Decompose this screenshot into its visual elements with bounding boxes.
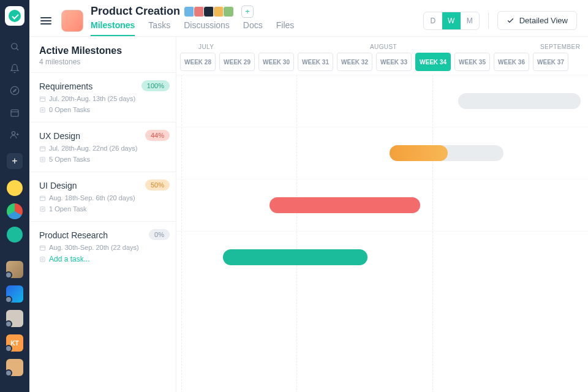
svg-marker-3 bbox=[13, 89, 16, 92]
week-row: WEEK 28 WEEK 29 WEEK 30 WEEK 31 WEEK 32 … bbox=[176, 53, 588, 75]
gantt-bar-fill[interactable] bbox=[270, 197, 420, 213]
milestone-panel: Active Milestones 4 milestones Requireme… bbox=[29, 37, 176, 392]
week-cell[interactable]: WEEK 29 bbox=[219, 53, 255, 71]
view-day[interactable]: D bbox=[424, 12, 442, 29]
tab-docs[interactable]: Docs bbox=[243, 20, 263, 36]
panel-title: Active Milestones bbox=[39, 45, 166, 56]
gantt-bar-bg[interactable] bbox=[458, 93, 581, 109]
milestone-tasks: 5 Open Tasks bbox=[49, 156, 90, 163]
user-avatar-4[interactable]: KT bbox=[6, 334, 23, 352]
search-icon[interactable] bbox=[5, 37, 24, 56]
gantt-row bbox=[176, 75, 588, 127]
page-title: Product Creation bbox=[91, 5, 180, 18]
svg-rect-16 bbox=[40, 157, 45, 161]
week-cell[interactable]: WEEK 32 bbox=[337, 53, 372, 71]
week-cell[interactable]: WEEK 33 bbox=[376, 53, 412, 71]
header: Product Creation + Milestones Tasks Disc… bbox=[29, 0, 588, 36]
app-sidebar: + KT bbox=[0, 0, 29, 392]
svg-rect-26 bbox=[40, 257, 45, 261]
progress-badge: 100% bbox=[141, 80, 170, 91]
month-label: JULY bbox=[198, 43, 214, 50]
list-icon bbox=[39, 156, 46, 163]
milestone-name: Product Research bbox=[39, 230, 166, 240]
add-member-button[interactable]: + bbox=[241, 6, 254, 18]
milestone-item[interactable]: Product Research Aug. 30th-Sep. 20th (22… bbox=[29, 221, 176, 272]
milestone-tasks: 0 Open Tasks bbox=[49, 106, 90, 113]
svg-rect-19 bbox=[40, 196, 45, 200]
bell-icon[interactable] bbox=[5, 59, 24, 78]
calendar-icon bbox=[39, 145, 46, 152]
gantt-bar-fill[interactable] bbox=[223, 249, 368, 265]
list-icon bbox=[39, 107, 46, 113]
panel-subtitle: 4 milestones bbox=[39, 58, 166, 66]
project-dot-1[interactable] bbox=[7, 180, 23, 196]
svg-rect-4 bbox=[11, 110, 18, 116]
svg-point-6 bbox=[12, 132, 15, 135]
tab-discussions[interactable]: Discussions bbox=[184, 20, 230, 36]
user-avatar-5[interactable] bbox=[6, 359, 23, 376]
month-label: AUGUST bbox=[370, 43, 397, 50]
progress-badge: 50% bbox=[145, 179, 170, 190]
svg-rect-11 bbox=[40, 107, 45, 111]
calendar-icon[interactable] bbox=[5, 103, 24, 123]
project-dot-3[interactable] bbox=[7, 227, 23, 243]
menu-icon[interactable] bbox=[38, 15, 54, 27]
compass-icon[interactable] bbox=[5, 81, 24, 100]
week-cell[interactable]: WEEK 37 bbox=[533, 53, 568, 71]
tabs: Milestones Tasks Discussions Docs Files bbox=[91, 20, 294, 36]
milestone-dates: Jul. 20th-Aug. 13th (25 days) bbox=[49, 95, 135, 102]
app-logo[interactable] bbox=[5, 6, 24, 26]
milestone-tasks: 1 Open Task bbox=[49, 205, 87, 213]
gantt-bar-fill[interactable] bbox=[390, 145, 448, 161]
list-icon bbox=[39, 256, 46, 263]
milestone-dates: Aug. 30th-Sep. 20th (22 days) bbox=[49, 244, 139, 251]
svg-rect-21 bbox=[40, 206, 45, 211]
week-cell-active[interactable]: WEEK 34 bbox=[415, 53, 451, 71]
month-row: JULY AUGUST SEPTEMBER bbox=[176, 37, 588, 53]
view-month[interactable]: M bbox=[461, 12, 479, 29]
divider bbox=[488, 13, 489, 29]
milestone-item[interactable]: UX Design Jul. 28th-Aug. 22nd (26 days) … bbox=[29, 122, 176, 172]
detailed-view-button[interactable]: Detailed View bbox=[497, 11, 577, 30]
user-avatar-1[interactable] bbox=[6, 261, 23, 278]
view-toggle: D W M bbox=[423, 12, 480, 30]
tab-milestones[interactable]: Milestones bbox=[91, 20, 135, 36]
gantt-row bbox=[176, 179, 588, 231]
user-avatar-2[interactable] bbox=[6, 285, 23, 303]
svg-rect-9 bbox=[40, 97, 45, 101]
week-cell[interactable]: WEEK 31 bbox=[298, 53, 333, 71]
view-week[interactable]: W bbox=[442, 12, 461, 29]
check-icon bbox=[507, 17, 514, 24]
detailed-view-label: Detailed View bbox=[519, 16, 568, 25]
tab-tasks[interactable]: Tasks bbox=[148, 20, 170, 36]
milestone-dates: Jul. 28th-Aug. 22nd (26 days) bbox=[49, 145, 137, 152]
milestone-item[interactable]: UI Design Aug. 18th-Sep. 6th (20 days) 1… bbox=[29, 172, 176, 221]
progress-badge: 44% bbox=[145, 130, 170, 141]
svg-rect-14 bbox=[40, 146, 45, 151]
add-task-link[interactable]: Add a task... bbox=[49, 255, 90, 263]
svg-rect-24 bbox=[40, 246, 45, 250]
project-thumbnail[interactable] bbox=[61, 10, 83, 32]
member-stack[interactable] bbox=[185, 6, 234, 17]
milestone-dates: Aug. 18th-Sep. 6th (20 days) bbox=[49, 194, 135, 202]
svg-point-2 bbox=[10, 86, 18, 94]
calendar-icon bbox=[39, 195, 46, 202]
list-icon bbox=[39, 206, 46, 213]
milestone-item[interactable]: Requirements Jul. 20th-Aug. 13th (25 day… bbox=[29, 72, 176, 122]
project-dot-2[interactable] bbox=[7, 203, 23, 219]
month-label: SEPTEMBER bbox=[540, 43, 580, 50]
tab-files[interactable]: Files bbox=[276, 20, 295, 36]
week-cell[interactable]: WEEK 28 bbox=[180, 53, 216, 71]
week-cell[interactable]: WEEK 30 bbox=[258, 53, 294, 71]
calendar-icon bbox=[39, 96, 46, 102]
user-avatar-3[interactable] bbox=[6, 310, 23, 327]
gantt-row bbox=[176, 231, 588, 283]
svg-point-0 bbox=[12, 43, 17, 49]
add-button[interactable]: + bbox=[7, 153, 23, 169]
timeline-panel: JULY AUGUST SEPTEMBER WEEK 28 WEEK 29 WE… bbox=[176, 37, 588, 392]
week-cell[interactable]: WEEK 35 bbox=[454, 53, 490, 71]
add-user-icon[interactable] bbox=[5, 125, 24, 145]
calendar-icon bbox=[39, 244, 46, 251]
week-cell[interactable]: WEEK 36 bbox=[494, 53, 529, 71]
gantt-chart bbox=[176, 75, 588, 392]
